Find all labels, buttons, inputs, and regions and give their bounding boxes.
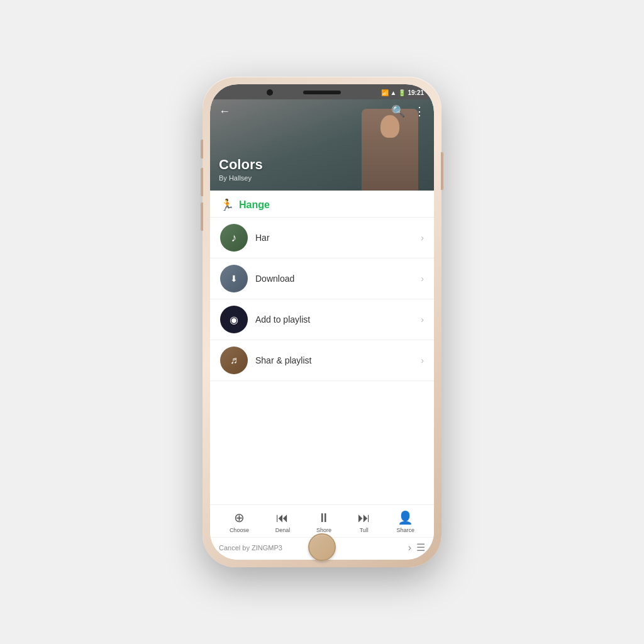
song-title: Colors: [219, 157, 263, 173]
share-label: Sharce: [397, 527, 415, 533]
hero-text: Colors By Hallsey: [219, 157, 263, 182]
hero-nav: ← 🔍 ⋮: [210, 99, 434, 123]
menu-header-label: Hange: [239, 199, 270, 211]
chevron-right-icon-3: ›: [421, 314, 424, 325]
menu-section: 🏃 Hange Har › Download ›: [210, 191, 434, 504]
now-playing-actions: › ☰: [408, 541, 425, 553]
mute-button: [201, 140, 203, 158]
screen-content: 📶 ▲ 🔋 19:21 ← 🔍 ⋮: [210, 84, 434, 560]
hero-section: ← 🔍 ⋮ Colors By Hallsey: [210, 99, 434, 191]
menu-item-3-label: Add to playlist: [255, 314, 421, 325]
menu-item-4-label: Shar & playlist: [255, 355, 421, 365]
share-person-icon: 👤: [397, 510, 413, 525]
menu-item-har[interactable]: Har ›: [210, 218, 434, 258]
more-icon[interactable]: ⋮: [414, 104, 425, 118]
chevron-right-icon: ›: [421, 233, 424, 243]
pause-icon: ⏸: [318, 511, 330, 525]
speaker: [303, 91, 341, 94]
menu-item-2-avatar: [220, 265, 248, 292]
menu-item-share-playlist[interactable]: Shar & playlist ›: [210, 340, 434, 381]
back-button[interactable]: ←: [219, 105, 230, 118]
forward-label: Tull: [360, 527, 369, 533]
player-controls: ⊕ Choose ⏮ Denal ⏸ Shore ⏭ Tull: [210, 510, 434, 533]
choose-control[interactable]: ⊕ Choose: [230, 510, 249, 533]
menu-header: 🏃 Hange: [210, 191, 434, 218]
chevron-right-icon-4: ›: [421, 355, 424, 365]
volume-up-button: [201, 168, 203, 196]
rewind-label: Denal: [275, 527, 291, 533]
forward-icon: ⏭: [358, 511, 370, 525]
choose-label: Choose: [230, 527, 249, 533]
next-track-button[interactable]: ›: [408, 542, 411, 553]
menu-item-2-label: Download: [255, 274, 421, 284]
phone-screen: 📶 ▲ 🔋 19:21 ← 🔍 ⋮: [210, 84, 434, 560]
pause-control[interactable]: ⏸ Shore: [316, 511, 331, 533]
front-camera: [267, 89, 273, 96]
home-button[interactable]: [308, 533, 336, 561]
phone-frame: 📶 ▲ 🔋 19:21 ← 🔍 ⋮: [203, 77, 441, 567]
pause-label: Shore: [316, 527, 331, 533]
rewind-control[interactable]: ⏮ Denal: [275, 511, 291, 533]
menu-item-4-avatar: [220, 347, 248, 374]
menu-item-1-avatar: [220, 224, 248, 252]
menu-header-icon: 🏃: [220, 198, 234, 212]
share-control[interactable]: 👤 Sharce: [397, 510, 415, 533]
phone-top-bar: [210, 84, 434, 102]
chevron-right-icon-2: ›: [421, 274, 424, 284]
menu-item-3-avatar: [220, 306, 248, 333]
rewind-icon: ⏮: [276, 511, 289, 525]
power-button: [441, 152, 443, 190]
forward-control[interactable]: ⏭ Tull: [358, 511, 370, 533]
menu-item-download[interactable]: Download ›: [210, 258, 434, 299]
volume-down-button: [201, 203, 203, 231]
nav-right-icons: 🔍 ⋮: [391, 104, 425, 118]
menu-item-add-playlist[interactable]: Add to playlist ›: [210, 299, 434, 340]
search-icon[interactable]: 🔍: [391, 104, 405, 118]
choose-icon: ⊕: [234, 510, 245, 525]
menu-item-1-label: Har: [255, 233, 421, 243]
queue-button[interactable]: ☰: [416, 541, 425, 553]
song-artist: By Hallsey: [219, 174, 263, 182]
